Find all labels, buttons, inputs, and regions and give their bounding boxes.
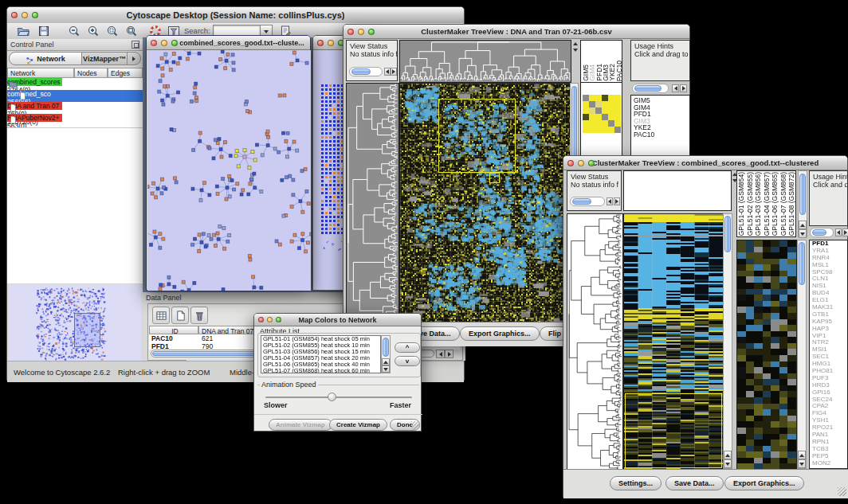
- scroll-up-button[interactable]: [798, 451, 806, 459]
- heatmap-view[interactable]: [623, 213, 724, 471]
- float-panel-icon[interactable]: [132, 41, 139, 49]
- zoomed-heatmap[interactable]: [736, 240, 797, 471]
- birdseye-view[interactable]: [9, 284, 141, 361]
- table-column-header[interactable]: ID: [149, 326, 198, 334]
- close-button[interactable]: [258, 317, 264, 322]
- resize-grip[interactable]: [411, 421, 420, 430]
- network-tree-row[interactable]: combined_scores2764(0)16218(0): [7, 78, 143, 90]
- settings-button[interactable]: Settings...: [610, 476, 662, 490]
- attribute-item[interactable]: GPL51-07 (GSM868) heat shock 60 min: [261, 368, 380, 373]
- column-dendrogram-area[interactable]: [623, 170, 732, 211]
- zoom-button[interactable]: [276, 317, 281, 322]
- zoom-selected-icon[interactable]: [106, 25, 120, 39]
- scroll-left-button[interactable]: [672, 84, 679, 92]
- scroll-right-button[interactable]: [842, 229, 848, 236]
- scroll-left-button[interactable]: [835, 229, 842, 236]
- scroll-down-button[interactable]: [798, 459, 806, 468]
- scrollbar-thumb[interactable]: [724, 216, 731, 252]
- minimize-button[interactable]: [267, 317, 273, 322]
- delete-icon[interactable]: [190, 307, 208, 324]
- attribute-list-scrollbar[interactable]: [381, 335, 391, 373]
- zoom-button[interactable]: [368, 29, 375, 35]
- network-tree-row[interactable]: RNAPuberNov2+563(0)107847(0): [7, 114, 143, 126]
- network-canvas[interactable]: [147, 50, 311, 291]
- column-label-scrollbar[interactable]: [798, 170, 807, 237]
- network-titlebar[interactable]: combined_scores_good.txt--cluste...: [147, 36, 310, 50]
- gene-label[interactable]: MON2: [810, 460, 847, 467]
- zoom-button[interactable]: [32, 12, 38, 18]
- heatmap-view[interactable]: [399, 83, 571, 323]
- dialog-titlebar[interactable]: Map Colors to Network: [254, 314, 421, 326]
- zoom-in-icon[interactable]: [87, 25, 101, 39]
- scroll-right-button[interactable]: [680, 84, 687, 92]
- close-button[interactable]: [567, 160, 574, 166]
- animation-speed-slider[interactable]: [265, 397, 412, 398]
- close-button[interactable]: [11, 12, 18, 18]
- scroll-down-button[interactable]: [799, 229, 807, 238]
- heatmap-vscrollbar[interactable]: [723, 213, 732, 469]
- create-icon[interactable]: [171, 307, 189, 324]
- scroll-right-button[interactable]: [445, 350, 453, 358]
- scroll-left-button[interactable]: [436, 350, 445, 358]
- scroll-down-icon[interactable]: [573, 49, 578, 52]
- scroll-right-button[interactable]: [614, 197, 620, 205]
- network-tree-row[interactable]: DNA and Tran 07769(0)183728(0): [7, 102, 143, 114]
- attributes-icon[interactable]: [152, 307, 170, 324]
- scroll-down-button[interactable]: [382, 365, 390, 373]
- tab-network[interactable]: Network: [9, 52, 82, 65]
- close-button[interactable]: [151, 40, 157, 46]
- scroll-left-button[interactable]: [607, 197, 613, 205]
- open-icon[interactable]: [17, 25, 31, 39]
- save-data-button[interactable]: Save Data...: [665, 476, 724, 490]
- view-status-scrollbar[interactable]: [570, 197, 605, 206]
- row-dendrogram[interactable]: [346, 83, 399, 323]
- scroll-down-button[interactable]: [724, 459, 732, 468]
- move-up-button[interactable]: ^: [395, 342, 420, 353]
- column-header-edges[interactable]: Edges: [108, 68, 143, 78]
- view-status-scrollbar[interactable]: [349, 67, 383, 76]
- tab-vizmapper[interactable]: VizMapper™: [81, 52, 128, 65]
- tab-overflow-button[interactable]: [127, 52, 141, 65]
- scrollbar-thumb[interactable]: [383, 338, 389, 357]
- slider-thumb[interactable]: [328, 393, 336, 401]
- minimize-button[interactable]: [22, 12, 28, 18]
- scrollbar-thumb[interactable]: [799, 242, 805, 285]
- row-label[interactable]: PAC10: [634, 131, 654, 139]
- similarity-matrix[interactable]: [583, 95, 621, 133]
- scroll-up-button[interactable]: [799, 221, 807, 229]
- export-graphics-button[interactable]: Export Graphics...: [724, 476, 804, 490]
- zoom-out-icon[interactable]: [68, 25, 82, 39]
- animate-vizmap-button[interactable]: Animate Vizmap: [269, 419, 332, 431]
- scroll-right-button[interactable]: [391, 68, 397, 76]
- close-button[interactable]: [317, 40, 324, 46]
- move-down-button[interactable]: v: [395, 356, 420, 366]
- minimize-button[interactable]: [328, 40, 334, 46]
- attribute-list[interactable]: GPL51-01 (GSM854) heat shock 05 minGPL51…: [261, 335, 381, 373]
- minimize-button[interactable]: [161, 40, 167, 46]
- minimize-button[interactable]: [578, 160, 584, 166]
- scrollbar-thumb[interactable]: [799, 174, 806, 215]
- main-titlebar[interactable]: Cytoscape Desktop (Session Name: collins…: [7, 7, 464, 24]
- zoom-fit-icon[interactable]: [125, 25, 139, 39]
- scroll-up-icon[interactable]: [573, 42, 578, 45]
- column-header-network[interactable]: Network: [7, 68, 74, 78]
- save-icon[interactable]: [37, 25, 52, 39]
- resize-grip[interactable]: [838, 487, 846, 496]
- scroll-left-button[interactable]: [384, 68, 391, 76]
- close-button[interactable]: [347, 29, 354, 35]
- scroll-up-button[interactable]: [724, 451, 732, 459]
- column-dendrogram[interactable]: [399, 40, 571, 83]
- create-vizmap-button[interactable]: Create Vizmap: [329, 419, 387, 431]
- usage-hints-scrollbar[interactable]: [632, 84, 669, 93]
- scroll-up-button[interactable]: [382, 358, 390, 365]
- minimize-button[interactable]: [358, 29, 364, 35]
- zoom-heatmap-vscrollbar[interactable]: [797, 240, 807, 469]
- network-tree-row[interactable]: combined_sco2569(6)13112(15): [7, 90, 143, 102]
- zoom-button[interactable]: [588, 160, 595, 166]
- column-header-nodes[interactable]: Nodes: [74, 68, 108, 78]
- row-dendrogram[interactable]: [567, 213, 623, 471]
- usage-hints-scrollbar[interactable]: [810, 228, 834, 237]
- zoom-button[interactable]: [171, 40, 178, 46]
- treeview1-titlebar[interactable]: ClusterMaker TreeView : DNA and Tran 07-…: [344, 25, 689, 39]
- treeview2-titlebar[interactable]: ClusterMaker TreeView : combined_scores_…: [563, 156, 847, 170]
